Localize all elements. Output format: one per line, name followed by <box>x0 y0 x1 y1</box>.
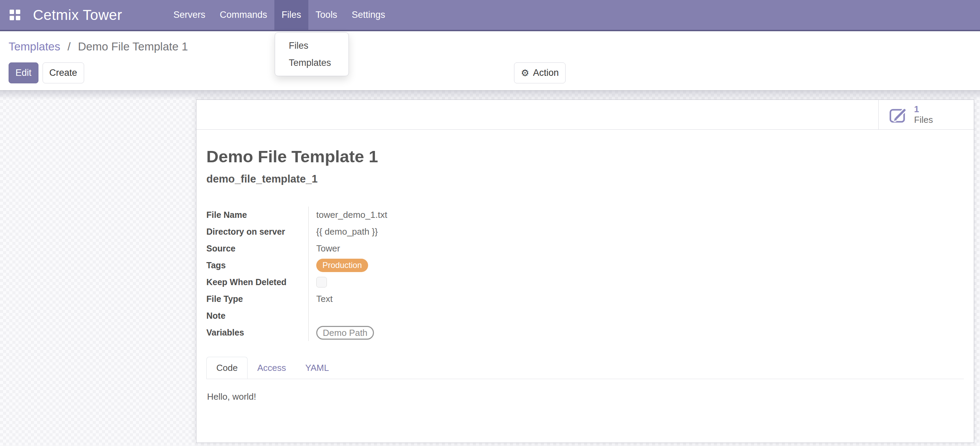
files-dropdown-menu: FilesTemplates <box>275 32 349 76</box>
field-value-text: tower_demo_1.txt <box>316 210 387 220</box>
variable-pill-demo-path: Demo Path <box>316 326 374 340</box>
apps-menu-icon[interactable] <box>10 10 20 20</box>
field-value-directory-on-server: {{ demo_path }} <box>309 223 601 240</box>
field-value-tags: Production <box>309 257 601 274</box>
control-panel-buttons: Edit Create <box>9 62 84 83</box>
field-row-keep-when-deleted: Keep When Deleted <box>206 274 601 290</box>
main-menu: ServersCommandsFilesToolsSettings <box>166 0 393 30</box>
gear-icon: ⚙ <box>521 68 529 78</box>
control-panel: Templates / Demo File Template 1 Edit Cr… <box>0 31 980 90</box>
tab-access[interactable]: Access <box>248 357 296 379</box>
edit-button[interactable]: Edit <box>9 62 38 83</box>
dropdown-item-files[interactable]: Files <box>275 37 348 54</box>
field-value-file-type: Text <box>309 290 601 307</box>
files-stat-button[interactable]: 1 Files <box>878 100 974 129</box>
field-value-source: Tower <box>309 240 601 257</box>
app-brand[interactable]: Cetmix Tower <box>33 0 122 30</box>
menu-tools[interactable]: Tools <box>309 0 344 30</box>
field-row-file-type: File TypeText <box>206 290 601 307</box>
menu-servers[interactable]: Servers <box>166 0 213 30</box>
menu-settings[interactable]: Settings <box>344 0 393 30</box>
action-button-label: Action <box>533 68 559 78</box>
menu-commands[interactable]: Commands <box>213 0 274 30</box>
record-title: Demo File Template 1 <box>206 147 964 166</box>
field-value-text: Tower <box>316 243 340 254</box>
notebook-tabs: CodeAccessYAML <box>206 357 964 379</box>
stat-count: 1 <box>914 104 933 114</box>
apps-icon-square <box>10 10 14 14</box>
field-value-variables: Demo Path <box>309 324 601 341</box>
form-card: 1 Files Demo File Template 1 demo_file_t… <box>196 100 974 443</box>
stat-text: 1 Files <box>914 104 933 125</box>
apps-icon-square <box>16 10 20 14</box>
field-label-variables: Variables <box>206 324 309 341</box>
tag-production: Production <box>316 259 368 272</box>
field-row-file-name: File Nametower_demo_1.txt <box>206 206 601 223</box>
field-value-text: Text <box>316 294 333 304</box>
dropdown-item-templates[interactable]: Templates <box>275 54 348 71</box>
tab-content-code: Hello, world! <box>206 379 964 402</box>
field-value-text: {{ demo_path }} <box>316 227 378 237</box>
field-label-tags: Tags <box>206 257 309 274</box>
field-row-tags: TagsProduction <box>206 257 601 274</box>
apps-icon-square <box>16 16 20 20</box>
record-reference: demo_file_template_1 <box>206 173 964 185</box>
field-row-note: Note <box>206 307 601 324</box>
field-row-variables: VariablesDemo Path <box>206 324 601 341</box>
field-value-file-name: tower_demo_1.txt <box>309 206 601 223</box>
button-box: 1 Files <box>196 100 974 130</box>
create-button[interactable]: Create <box>43 62 84 83</box>
tab-code[interactable]: Code <box>206 357 248 379</box>
field-row-source: SourceTower <box>206 240 601 257</box>
breadcrumb-current: Demo File Template 1 <box>78 40 188 53</box>
breadcrumb-link-templates[interactable]: Templates <box>9 40 60 53</box>
field-value-keep-when-deleted <box>309 274 601 290</box>
action-button[interactable]: ⚙ Action <box>514 62 566 83</box>
apps-icon-square <box>10 16 14 20</box>
breadcrumb-separator: / <box>68 40 71 53</box>
stat-label: Files <box>914 114 933 125</box>
field-label-directory-on-server: Directory on server <box>206 223 309 240</box>
field-label-file-name: File Name <box>206 206 309 223</box>
top-navbar: Cetmix Tower ServersCommandsFilesToolsSe… <box>0 0 980 31</box>
content-area: 1 Files Demo File Template 1 demo_file_t… <box>0 90 980 446</box>
field-row-directory-on-server: Directory on server{{ demo_path }} <box>206 223 601 240</box>
field-label-source: Source <box>206 240 309 257</box>
tab-yaml[interactable]: YAML <box>296 357 339 379</box>
checkbox-keep-when-deleted[interactable] <box>316 277 327 287</box>
field-label-file-type: File Type <box>206 290 309 307</box>
field-group: File Nametower_demo_1.txtDirectory on se… <box>206 206 601 341</box>
app-screen: Cetmix Tower ServersCommandsFilesToolsSe… <box>0 0 980 446</box>
field-value-note <box>309 307 601 324</box>
form-sheet: Demo File Template 1 demo_file_template_… <box>196 130 974 402</box>
breadcrumb: Templates / Demo File Template 1 <box>9 40 188 53</box>
field-label-note: Note <box>206 307 309 324</box>
field-label-keep-when-deleted: Keep When Deleted <box>206 274 309 290</box>
menu-files[interactable]: Files <box>274 0 309 30</box>
edit-square-icon <box>889 106 908 124</box>
